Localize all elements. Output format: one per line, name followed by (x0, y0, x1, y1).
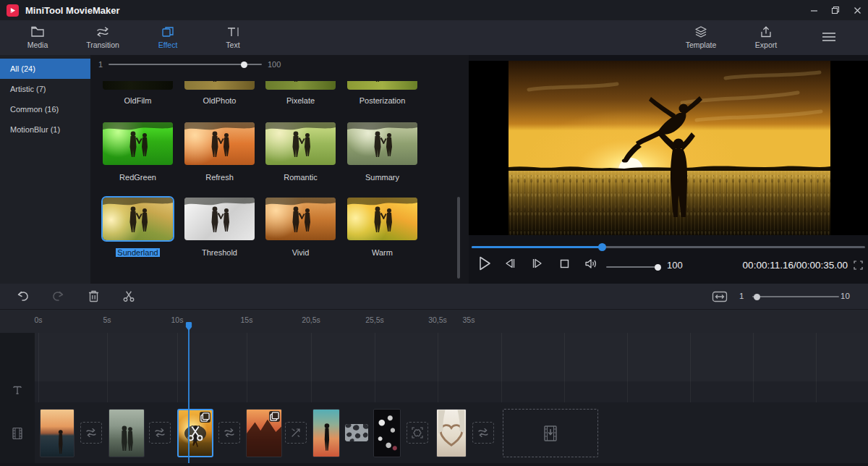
sidebar-item-common[interactable]: Common (16) (0, 99, 90, 119)
timeline-zoom-slider[interactable] (752, 296, 839, 297)
tab-text-label: Text (203, 41, 263, 49)
effect-thumb-redgreen[interactable] (103, 122, 173, 165)
scissors-icon (122, 289, 135, 303)
playhead-line[interactable] (188, 329, 190, 463)
effect-label: RedGreen (103, 173, 173, 182)
undo-button[interactable] (16, 289, 30, 302)
video-stage (469, 61, 868, 235)
template-button[interactable]: Template (671, 25, 731, 49)
sidebar-item-artistic[interactable]: Artistic (7) (0, 79, 90, 99)
effect-label: Posterization (347, 96, 417, 105)
title-bar: MiniTool MovieMaker (0, 0, 868, 20)
volume-icon (584, 258, 597, 269)
sidebar-item-all[interactable]: All (24) (0, 59, 90, 79)
effect-thumb-refresh[interactable] (184, 122, 255, 165)
tab-effect[interactable]: Effect (137, 25, 198, 49)
effect-icon (161, 25, 175, 38)
effect-label: Romantic (265, 173, 336, 182)
effect-thumb-pixelate[interactable] (265, 81, 336, 90)
close-button[interactable] (846, 0, 868, 20)
restore-button[interactable] (825, 0, 846, 20)
transition-slot[interactable] (149, 422, 171, 444)
timeline-tracks (0, 333, 868, 466)
effect-thumb-romantic[interactable] (265, 122, 336, 165)
volume-button[interactable] (584, 258, 597, 269)
app-logo-icon (7, 4, 19, 17)
tab-text[interactable]: Text (203, 25, 263, 49)
next-frame-button[interactable] (532, 258, 543, 268)
effect-thumb-posterization[interactable] (347, 81, 417, 90)
fullscreen-button[interactable] (854, 260, 863, 270)
effects-scrollbar[interactable] (457, 197, 460, 279)
timeline-zoom-handle[interactable] (754, 294, 760, 300)
transition-slot-icon (85, 427, 97, 439)
clip-heart-hands[interactable] (436, 409, 467, 457)
delete-button[interactable] (88, 289, 100, 303)
timeline-toolbar: 1 10 (0, 284, 868, 310)
volume-slider[interactable] (606, 266, 658, 268)
ruler-label: 25,5s (365, 315, 384, 324)
play-button[interactable] (477, 255, 492, 271)
clip-sunset-beach[interactable] (40, 409, 75, 457)
effect-thumb-oldphoto[interactable] (184, 81, 255, 90)
tab-transition[interactable]: Transition (72, 25, 133, 49)
transition-applied[interactable] (345, 424, 368, 441)
text-track-icon (12, 385, 22, 395)
transition-slot[interactable] (80, 422, 102, 444)
duplicate-icon (269, 411, 280, 422)
effect-thumb-vivid[interactable] (265, 198, 336, 240)
effect-label: OldPhoto (184, 96, 255, 105)
tab-effect-label: Effect (137, 41, 198, 49)
minimize-button[interactable] (803, 0, 825, 20)
redo-icon (51, 289, 65, 302)
transition-slot[interactable] (218, 422, 240, 444)
media-folder-icon (30, 25, 45, 38)
export-label: Export (736, 41, 796, 49)
effect-thumb-sunderland[interactable] (103, 198, 173, 240)
undo-icon (16, 289, 30, 302)
media-drop-zone[interactable] (503, 409, 598, 457)
transition-slot-icon (154, 427, 166, 439)
strength-max-label: 100 (268, 60, 281, 69)
export-button[interactable]: Export (736, 25, 796, 49)
fit-timeline-button[interactable] (712, 291, 728, 302)
stop-button[interactable] (560, 259, 569, 268)
effect-strength-slider[interactable] (109, 64, 262, 65)
effect-thumb-summary[interactable] (347, 122, 417, 165)
transition-slot-shape[interactable] (407, 422, 428, 444)
transition-slot-diagonal[interactable] (285, 422, 307, 444)
split-button[interactable] (122, 289, 135, 303)
effect-thumb-oldfilm[interactable] (103, 81, 173, 90)
main-toolbar: Media Transition Effect Text Template (0, 20, 868, 55)
clip-man-silhouette[interactable] (312, 409, 340, 457)
clip-bokeh-lights[interactable] (373, 409, 401, 457)
effect-label: Summary (347, 173, 417, 182)
volume-handle[interactable] (655, 264, 661, 271)
seek-bar[interactable] (472, 246, 865, 248)
time-display: 00:00:11.16/00:00:35.00 (743, 260, 848, 271)
overlay-track-area[interactable] (35, 333, 868, 381)
redo-button[interactable] (51, 289, 65, 302)
clip-mountain-sunset[interactable] (246, 409, 282, 457)
effect-thumb-warm[interactable] (347, 198, 417, 240)
effect-label: Warm (347, 248, 417, 257)
tab-media[interactable]: Media (7, 25, 68, 49)
text-track-area[interactable] (35, 381, 868, 402)
seek-handle[interactable] (598, 243, 606, 251)
volume-value: 100 (667, 260, 683, 271)
effects-panel: 1 100 OldFilm OldPhoto Pixelate Posteriz… (90, 55, 469, 284)
effect-thumb-threshold[interactable] (184, 198, 255, 240)
clip-field-jump-selected[interactable] (177, 409, 213, 457)
clip-couple-silhouette[interactable] (109, 409, 145, 457)
preview-panel: 100 00:00:11.16/00:00:35.00 (469, 55, 868, 284)
effect-strength-handle[interactable] (241, 62, 247, 68)
sidebar-item-motionblur[interactable]: MotionBlur (1) (0, 119, 90, 140)
effect-label: Threshold (184, 248, 255, 257)
timeline-ruler[interactable]: 0s 5s 10s 15s 20,5s 25,5s 30,5s 35s (0, 310, 868, 333)
previous-frame-button[interactable] (504, 258, 516, 268)
ruler-label: 5s (103, 315, 111, 324)
effect-label: Refresh (184, 173, 255, 182)
play-icon (477, 255, 492, 271)
menu-button[interactable] (820, 31, 838, 43)
transition-slot[interactable] (472, 422, 494, 444)
